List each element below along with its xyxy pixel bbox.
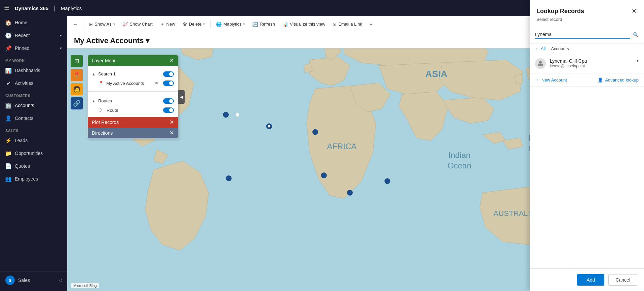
show-as-icon: ⊞ (89, 22, 93, 27)
location-pin-icon: 📍 (73, 71, 80, 79)
search1-chevron-icon[interactable]: ▲ (92, 72, 96, 76)
lookup-actions-row: ＋ New Account 👤 Advanced lookup (530, 73, 644, 87)
filter-accounts-label: Accounts (551, 46, 569, 51)
plot-records-label: Plot Records (92, 120, 119, 125)
new-account-button[interactable]: ＋ New Account (535, 77, 567, 83)
sidebar-contacts-label: Contacts (15, 116, 33, 121)
sidebar-item-contacts[interactable]: 👤 Contacts (0, 112, 67, 125)
sidebar-item-leads[interactable]: ⚡ Leads (0, 134, 67, 147)
layer-menu-collapse-icon[interactable]: ◀ (178, 90, 185, 104)
lookup-search-button[interactable]: 🔍 (633, 32, 639, 37)
accounts-pin-icon: 📍 (99, 81, 104, 86)
delete-button[interactable]: 🗑 Delete ▾ (179, 20, 209, 29)
show-chart-icon: 📈 (122, 22, 128, 27)
routes-toggle[interactable] (163, 98, 174, 104)
person-location-icon[interactable]: 🧑 (71, 83, 83, 95)
svg-point-13 (226, 175, 232, 181)
routes-chevron-icon[interactable]: ▲ (92, 99, 96, 103)
sidebar-item-activities[interactable]: ✔ Activities (0, 77, 67, 90)
view-title-text: My Active Accounts (74, 36, 144, 45)
lookup-subtitle: Select record (536, 17, 637, 22)
search1-toggle[interactable] (163, 71, 174, 77)
layer-menu-close-button[interactable]: ✕ (169, 58, 174, 63)
advanced-lookup-label: Advanced lookup (605, 77, 639, 83)
lookup-result-item[interactable]: Lynema, Cliff Cpa kcase@caseinpoint ▾ (530, 54, 644, 73)
result-expand-icon[interactable]: ▾ (637, 58, 639, 63)
sidebar-item-accounts[interactable]: 🏢 Accounts (0, 99, 67, 112)
eye-icon[interactable]: 👁 (154, 81, 158, 86)
sidebar-item-dashboards[interactable]: 📊 Dashboards (0, 64, 67, 77)
lookup-search-row: 🔍 (530, 26, 644, 43)
layer-routes-section: ▲ Routes ⬡ Route (88, 93, 178, 117)
pin-location-icon[interactable]: 📍 (71, 69, 83, 81)
plot-records-close-button[interactable]: ✕ (169, 120, 174, 125)
new-account-plus-icon: ＋ (535, 77, 539, 83)
sidebar: 🏠 Home 🕐 Recent ▾ 📌 Pinned ▾ My Work 📊 D… (0, 16, 67, 291)
advanced-lookup-button[interactable]: 👤 Advanced lookup (598, 77, 639, 83)
lookup-panel: Lookup Records ✕ Select record 🔍 ← All A… (530, 16, 644, 291)
sidebar-item-pinned[interactable]: 📌 Pinned ▾ (0, 42, 67, 55)
visualize-button[interactable]: 📊 Visualize this view (279, 20, 329, 29)
sidebar-recent-label: Recent (15, 33, 30, 38)
route-toggle[interactable] (163, 107, 174, 113)
sidebar-home-label: Home (15, 20, 27, 25)
route-label: Route (107, 108, 160, 113)
sidebar-item-home[interactable]: 🏠 Home (0, 16, 67, 29)
back-button[interactable]: ← (70, 20, 81, 29)
layer-menu-icon[interactable]: ⊞ (71, 55, 83, 67)
hamburger-icon[interactable]: ☰ (4, 4, 9, 12)
section-mywork: My Work (0, 55, 67, 64)
sidebar-item-employees[interactable]: 👥 Employees (0, 172, 67, 185)
svg-point-8 (223, 112, 229, 118)
sidebar-item-recent[interactable]: 🕐 Recent ▾ (0, 29, 67, 42)
email-icon: ✉ (333, 22, 337, 27)
add-button[interactable]: Add (577, 274, 604, 286)
view-title: My Active Accounts ▾ (74, 36, 149, 45)
visualize-label: Visualize this view (290, 22, 325, 27)
app-name: Dynamics 365 (15, 5, 48, 11)
pinned-chevron-icon: ▾ (60, 46, 62, 51)
account-result-icon (537, 60, 544, 67)
plot-records-bar: Plot Records ✕ (88, 117, 178, 128)
more-button[interactable]: » (366, 20, 375, 29)
sidebar-bottom-label: Sales (18, 278, 30, 283)
sidebar-bottom-sales[interactable]: S Sales ◁ (0, 271, 67, 288)
refresh-button[interactable]: 🔄 Refresh (249, 20, 278, 29)
sidebar-dashboards-label: Dashboards (15, 68, 40, 73)
show-chart-label: Show Chart (130, 22, 153, 27)
view-dropdown-icon[interactable]: ▾ (146, 36, 149, 45)
svg-text:AFRICA: AFRICA (327, 142, 356, 151)
accounts-layer-label: My Active Accounts (106, 81, 152, 86)
layer-menu-header: Layer Menu ✕ (88, 55, 178, 66)
cmd-divider-1 (83, 21, 83, 28)
dashboards-icon: 📊 (5, 67, 11, 73)
accounts-layer-toggle[interactable] (163, 80, 174, 86)
layer-route-row: ⬡ Route (92, 106, 174, 114)
layer-menu-panel: Layer Menu ✕ ◀ ▲ Search 1 📍 My Active Ac… (87, 55, 178, 139)
main-layout: 🏠 Home 🕐 Recent ▾ 📌 Pinned ▾ My Work 📊 D… (0, 16, 644, 291)
lookup-search-input[interactable] (535, 30, 630, 39)
email-link-button[interactable]: ✉ Email a Link (329, 20, 366, 29)
new-icon: ＋ (160, 21, 165, 27)
show-as-button[interactable]: ⊞ Show As ▾ (85, 20, 118, 29)
back-arrow-icon: ← (535, 46, 539, 51)
svg-text:Ocean: Ocean (448, 161, 471, 170)
advanced-lookup-icon: 👤 (598, 77, 603, 83)
svg-point-14 (384, 178, 390, 184)
delete-label: Delete (189, 22, 202, 27)
cancel-button[interactable]: Cancel (608, 274, 637, 286)
layer-routes-row: ▲ Routes (92, 96, 174, 106)
network-icon[interactable]: 🔗 (71, 97, 83, 109)
sidebar-item-quotes[interactable]: 📄 Quotes (0, 160, 67, 172)
new-button[interactable]: ＋ New (157, 19, 179, 29)
svg-point-16 (347, 190, 353, 196)
directions-close-button[interactable]: ✕ (169, 130, 174, 136)
show-chart-button[interactable]: 📈 Show Chart (119, 20, 156, 29)
layer-search1-row: ▲ Search 1 (92, 69, 174, 79)
show-as-label: Show As (94, 22, 112, 27)
sidebar-activities-label: Activities (15, 80, 33, 86)
filter-back-button[interactable]: ← All (535, 46, 545, 51)
recent-icon: 🕐 (5, 32, 11, 38)
maplytics-button[interactable]: 🌐 Maplytics ▾ (213, 20, 248, 29)
sidebar-item-opportunities[interactable]: 📁 Opportunities (0, 147, 67, 160)
